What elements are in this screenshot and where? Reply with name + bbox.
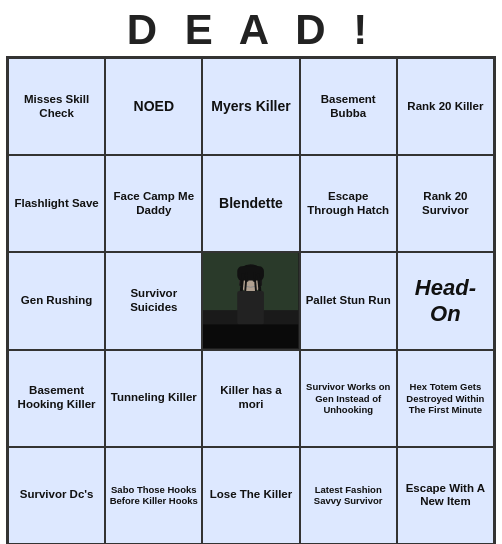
bingo-cell-8[interactable]: Escape Through Hatch [300, 155, 397, 252]
bingo-cell-23[interactable]: Latest Fashion Savvy Survivor [300, 447, 397, 544]
bingo-cell-12[interactable] [202, 252, 299, 349]
cell-text-24: Escape With A New Item [401, 482, 490, 510]
cell-text-16: Tunneling Killer [111, 391, 197, 405]
cell-text-19: Hex Totem Gets Destroyed Within The Firs… [401, 381, 490, 415]
cell-text-9: Rank 20 Survivor [401, 190, 490, 218]
svg-line-13 [259, 274, 261, 293]
cell-text-2: Myers Killer [211, 98, 290, 115]
bingo-cell-3[interactable]: Basement Bubba [300, 58, 397, 155]
bingo-cell-2[interactable]: Myers Killer [202, 58, 299, 155]
svg-line-11 [241, 274, 243, 293]
bingo-cell-11[interactable]: Survivor Suicides [105, 252, 202, 349]
title-row: D E A D ! [0, 0, 502, 56]
bingo-cell-5[interactable]: Flashlight Save [8, 155, 105, 252]
title-text: D E A D ! [127, 6, 376, 54]
bingo-cell-7[interactable]: Blendette [202, 155, 299, 252]
cell-text-10: Gen Rushing [21, 294, 93, 308]
cell-text-18: Survivor Works on Gen Instead of Unhooki… [304, 381, 393, 415]
cell-text-22: Lose The Killer [210, 488, 292, 502]
svg-rect-16 [203, 325, 298, 349]
cell-text-5: Flashlight Save [14, 197, 98, 211]
cell-text-4: Rank 20 Killer [407, 100, 483, 114]
cell-text-6: Face Camp Me Daddy [109, 190, 198, 218]
bingo-cell-1[interactable]: NOED [105, 58, 202, 155]
svg-rect-15 [238, 291, 265, 324]
bingo-cell-4[interactable]: Rank 20 Killer [397, 58, 494, 155]
cell-text-11: Survivor Suicides [109, 287, 198, 315]
cell-text-17: Killer has a mori [206, 384, 295, 412]
bingo-cell-10[interactable]: Gen Rushing [8, 252, 105, 349]
bingo-cell-13[interactable]: Pallet Stun Run [300, 252, 397, 349]
bingo-grid: Misses Skill CheckNOEDMyers KillerBaseme… [6, 56, 496, 544]
bingo-cell-16[interactable]: Tunneling Killer [105, 350, 202, 447]
cell-text-13: Pallet Stun Run [306, 294, 391, 308]
cell-text-7: Blendette [219, 195, 283, 212]
bingo-cell-21[interactable]: Sabo Those Hooks Before Killer Hooks [105, 447, 202, 544]
cell-text-23: Latest Fashion Savvy Survivor [304, 484, 393, 507]
bingo-cell-15[interactable]: Basement Hooking Killer [8, 350, 105, 447]
cell-text-14: Head-On [401, 275, 490, 328]
cell-text-1: NOED [134, 98, 174, 115]
bingo-cell-24[interactable]: Escape With A New Item [397, 447, 494, 544]
bingo-cell-22[interactable]: Lose The Killer [202, 447, 299, 544]
bingo-cell-14[interactable]: Head-On [397, 252, 494, 349]
bingo-cell-6[interactable]: Face Camp Me Daddy [105, 155, 202, 252]
cell-text-0: Misses Skill Check [12, 93, 101, 121]
bingo-cell-9[interactable]: Rank 20 Survivor [397, 155, 494, 252]
bingo-cell-0[interactable]: Misses Skill Check [8, 58, 105, 155]
cell-text-15: Basement Hooking Killer [12, 384, 101, 412]
cell-text-8: Escape Through Hatch [304, 190, 393, 218]
cell-text-20: Survivor Dc's [20, 488, 94, 502]
cell-text-21: Sabo Those Hooks Before Killer Hooks [109, 484, 198, 507]
bingo-cell-18[interactable]: Survivor Works on Gen Instead of Unhooki… [300, 350, 397, 447]
bingo-cell-20[interactable]: Survivor Dc's [8, 447, 105, 544]
cell-text-3: Basement Bubba [304, 93, 393, 121]
bingo-cell-19[interactable]: Hex Totem Gets Destroyed Within The Firs… [397, 350, 494, 447]
bingo-cell-17[interactable]: Killer has a mori [202, 350, 299, 447]
